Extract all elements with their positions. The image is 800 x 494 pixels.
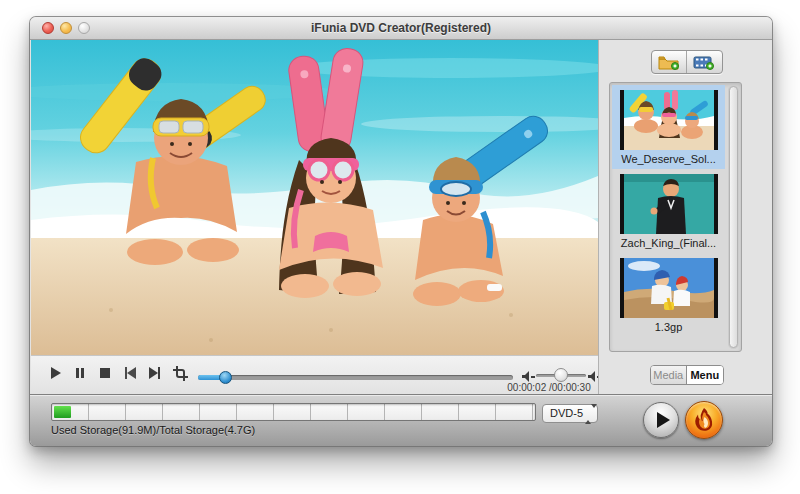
stepper-arrows-icon	[585, 408, 592, 420]
add-video-button[interactable]	[686, 51, 722, 73]
status-bar: Used Storage(91.9M)/Total Storage(4.7G) …	[30, 394, 772, 446]
storage-capacity-bar	[51, 403, 536, 421]
volume-control	[522, 368, 598, 382]
media-list: We_Deserve_Sol...	[609, 82, 742, 352]
seek-slider[interactable]	[198, 375, 513, 380]
media-list-scrollbar[interactable]	[728, 85, 739, 349]
window-title: iFunia DVD Creator(Registered)	[30, 17, 772, 39]
previous-button[interactable]	[122, 365, 138, 381]
burn-button[interactable]	[685, 401, 723, 439]
desktop: iFunia DVD Creator(Registered)	[0, 0, 800, 494]
film-plus-icon	[693, 55, 715, 70]
volume-knob[interactable]	[554, 368, 568, 382]
play-button[interactable]	[47, 365, 63, 381]
play-triangle-icon	[657, 412, 670, 428]
media-item-2[interactable]: Zach_King_(Final...	[612, 169, 725, 253]
titlebar[interactable]: iFunia DVD Creator(Registered)	[30, 17, 772, 40]
next-button[interactable]	[147, 365, 163, 381]
tab-menu[interactable]: Menu	[686, 366, 723, 384]
pause-button[interactable]	[72, 365, 88, 381]
app-window: iFunia DVD Creator(Registered)	[30, 17, 772, 446]
media-thumbnail-2	[620, 174, 718, 234]
stop-button[interactable]	[97, 365, 113, 381]
disc-format-select[interactable]: DVD-5	[542, 404, 598, 423]
storage-used-fill	[54, 406, 71, 418]
volume-slider[interactable]	[536, 374, 586, 377]
scrollbar-thumb[interactable]	[729, 86, 738, 348]
preview-play-button[interactable]	[643, 402, 679, 438]
transport-buttons	[47, 365, 188, 381]
media-item-label: Zach_King_(Final...	[612, 237, 725, 249]
seek-knob[interactable]	[219, 371, 232, 384]
media-item-label: 1.3gp	[612, 321, 725, 333]
disc-format-value: DVD-5	[550, 407, 583, 419]
media-thumbnail-3	[620, 258, 718, 318]
media-item-1[interactable]: We_Deserve_Sol...	[612, 85, 725, 169]
storage-label: Used Storage(91.9M)/Total Storage(4.7G)	[51, 424, 255, 436]
media-thumbnail-1	[620, 90, 718, 150]
media-item-3[interactable]: 1.3gp	[612, 253, 725, 337]
media-item-label: We_Deserve_Sol...	[612, 153, 725, 165]
beach-scene-image	[31, 40, 598, 355]
media-items: We_Deserve_Sol...	[612, 85, 725, 337]
tab-media[interactable]: Media	[651, 366, 687, 384]
playback-controls: 00:00:02 /00:00:30	[31, 355, 598, 395]
view-tabs: Media Menu	[650, 365, 724, 385]
time-display: 00:00:02 /00:00:30	[499, 382, 599, 393]
sidebar: We_Deserve_Sol...	[598, 40, 772, 394]
video-preview	[31, 40, 598, 355]
add-folder-button[interactable]	[652, 51, 687, 73]
flame-icon	[692, 407, 716, 433]
folder-plus-icon	[658, 55, 680, 70]
import-buttons	[651, 50, 723, 74]
crop-button[interactable]	[172, 365, 188, 381]
